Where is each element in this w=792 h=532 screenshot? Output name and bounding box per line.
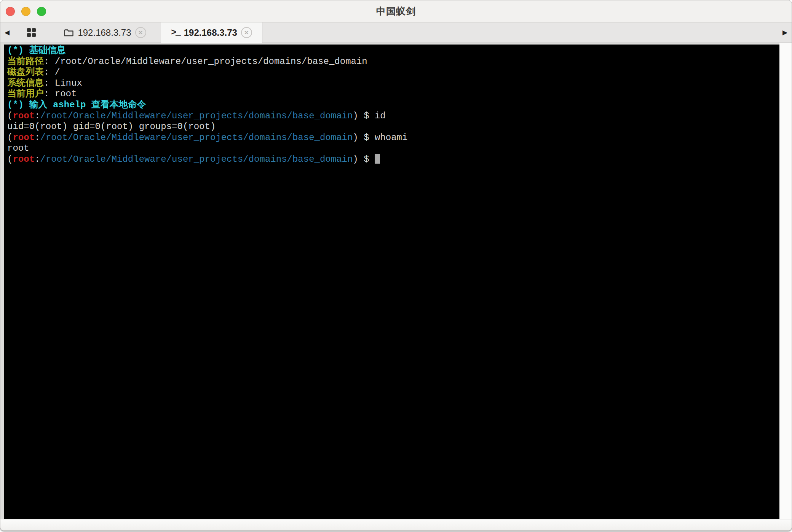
text-segment: ) $ xyxy=(353,154,375,164)
text-segment: (*) 输入 ashelp 查看本地命令 xyxy=(7,100,146,110)
text-segment: ( xyxy=(7,154,13,164)
scrollbar-track[interactable] xyxy=(779,43,792,519)
minimize-window-button[interactable] xyxy=(21,7,30,16)
text-segment: : /root/Oracle/Middleware/user_projects/… xyxy=(44,56,367,67)
tab-bar: ◀ 192.168.3.73 ✕ >_ 192.168.3.73 ✕ ▶ xyxy=(0,22,792,43)
text-segment: 当前用户 xyxy=(7,89,44,99)
terminal-line: (*) 基础信息 xyxy=(7,45,776,56)
text-segment: root xyxy=(13,132,35,143)
text-segment: root xyxy=(13,111,35,121)
close-tab-icon[interactable]: ✕ xyxy=(241,27,252,38)
text-segment: 磁盘列表 xyxy=(7,67,44,77)
antsword-window: 中国蚁剑 ◀ 192.168.3.73 ✕ >_ 192.168.3.73 ✕ … xyxy=(0,0,792,531)
zoom-window-button[interactable] xyxy=(37,7,46,16)
terminal-line: uid=0(root) gid=0(root) groups=0(root) xyxy=(7,121,776,132)
terminal-left-gutter xyxy=(0,43,4,519)
tab-bar-empty-space xyxy=(262,22,778,43)
status-bar xyxy=(0,519,792,530)
text-segment: ) $ id xyxy=(353,111,385,121)
text-segment: /root/Oracle/Middleware/user_projects/do… xyxy=(40,132,353,143)
text-segment: 当前路径 xyxy=(7,56,44,67)
tab-label: 192.168.3.73 xyxy=(78,27,131,38)
tab-label: 192.168.3.73 xyxy=(184,27,237,38)
text-segment: : xyxy=(35,154,40,164)
terminal-line: 当前路径: /root/Oracle/Middleware/user_proje… xyxy=(7,56,776,67)
text-segment: /root/Oracle/Middleware/user_projects/do… xyxy=(40,154,353,164)
text-segment: 系统信息 xyxy=(7,78,44,88)
terminal-line: (root:/root/Oracle/Middleware/user_proje… xyxy=(7,111,776,122)
terminal-cursor xyxy=(375,154,380,164)
traffic-lights xyxy=(6,0,46,22)
terminal-line: 当前用户: root xyxy=(7,89,776,100)
tab-filemanager-192-168-3-73[interactable]: 192.168.3.73 ✕ xyxy=(49,22,161,43)
text-segment: : xyxy=(35,111,40,121)
text-segment: root xyxy=(7,143,29,153)
chevron-left-icon: ◀ xyxy=(5,29,10,36)
tab-overview-button[interactable] xyxy=(14,22,49,43)
close-window-button[interactable] xyxy=(6,7,15,16)
close-tab-icon[interactable]: ✕ xyxy=(135,27,146,38)
text-segment: ( xyxy=(7,132,13,143)
folder-icon xyxy=(64,28,74,37)
terminal-line: (root:/root/Oracle/Middleware/user_proje… xyxy=(7,154,776,165)
terminal-line: 系统信息: Linux xyxy=(7,78,776,89)
title-bar: 中国蚁剑 xyxy=(0,0,792,22)
text-segment: root xyxy=(13,154,35,164)
chevron-right-icon: ▶ xyxy=(782,29,787,36)
terminal-line: 磁盘列表: / xyxy=(7,67,776,78)
terminal-line: (*) 输入 ashelp 查看本地命令 xyxy=(7,100,776,111)
text-segment: : Linux xyxy=(44,78,82,88)
terminal-line: (root:/root/Oracle/Middleware/user_proje… xyxy=(7,132,776,143)
window-title: 中国蚁剑 xyxy=(0,5,792,18)
content-area: (*) 基础信息当前路径: /root/Oracle/Middleware/us… xyxy=(0,43,792,519)
tab-scroll-left-button[interactable]: ◀ xyxy=(0,22,14,43)
text-segment: /root/Oracle/Middleware/user_projects/do… xyxy=(40,111,353,121)
text-segment: : / xyxy=(44,67,60,77)
terminal[interactable]: (*) 基础信息当前路径: /root/Oracle/Middleware/us… xyxy=(4,45,779,519)
grid-icon xyxy=(27,28,36,37)
text-segment: uid=0(root) gid=0(root) groups=0(root) xyxy=(7,121,216,132)
text-segment: : root xyxy=(44,89,77,99)
text-segment: ( xyxy=(7,111,13,121)
text-segment: ) $ whoami xyxy=(353,132,407,143)
tab-terminal-192-168-3-73[interactable]: >_ 192.168.3.73 ✕ xyxy=(161,22,262,43)
text-segment: : xyxy=(35,132,40,143)
tab-scroll-right-button[interactable]: ▶ xyxy=(778,22,792,43)
terminal-line: root xyxy=(7,143,776,154)
text-segment: (*) 基础信息 xyxy=(7,45,66,56)
terminal-icon: >_ xyxy=(171,28,180,38)
terminal-lines: (*) 基础信息当前路径: /root/Oracle/Middleware/us… xyxy=(7,45,776,165)
